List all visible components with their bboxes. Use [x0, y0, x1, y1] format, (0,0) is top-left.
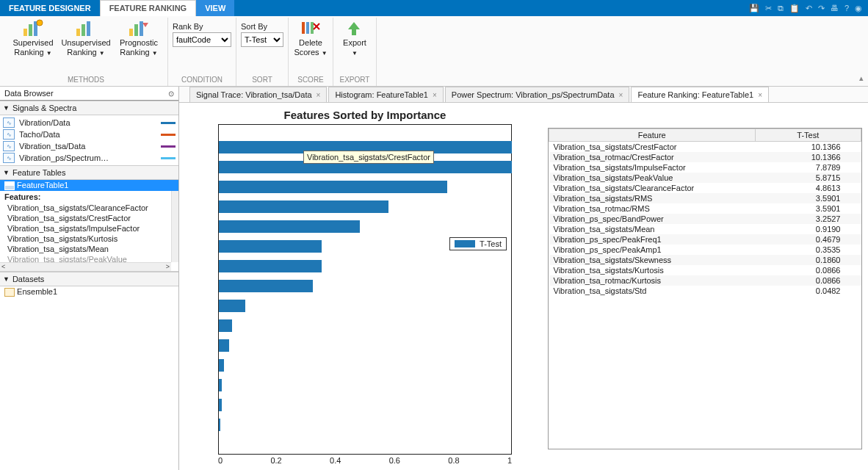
close-icon[interactable]: ×	[758, 91, 762, 99]
doctab-power-spectrum[interactable]: Power Spectrum: Vibration_ps/SpectrumDat…	[445, 87, 630, 102]
cell-feature: Vibration_tsa_sigstats/ImpulseFactor	[549, 162, 756, 173]
cell-feature: Vibration_tsa_sigstats/Std	[549, 286, 756, 296]
datasets-header[interactable]: ▼Datasets	[0, 272, 178, 286]
table-row[interactable]: Vibration_ps_spec/PeakFreq10.4679	[549, 234, 861, 245]
horizontal-scrollbar[interactable]: <>	[0, 262, 171, 271]
feature-table-item[interactable]: FeatureTable1	[0, 180, 178, 191]
svg-rect-4	[76, 29, 80, 36]
delete-scores-button[interactable]: Delete Scores ▼	[293, 18, 328, 58]
chart-bar[interactable]	[219, 181, 447, 193]
doctab-feature-ranking[interactable]: Feature Ranking: FeatureTable1×	[631, 87, 769, 102]
table-row[interactable]: Vibration_tsa_rotmac/Kurtosis0.0866	[549, 275, 861, 286]
cell-feature: Vibration_tsa_sigstats/ClearanceFactor	[549, 183, 756, 193]
signal-icon: ∿	[3, 141, 15, 151]
sort-by-select[interactable]: T-Test	[241, 32, 283, 47]
chart-bar[interactable]	[219, 399, 222, 411]
cell-score: 5.8715	[755, 173, 861, 183]
export-button[interactable]: Export▼	[338, 18, 372, 58]
redo-icon[interactable]: ↷	[818, 4, 825, 13]
signal-item[interactable]: ∿Tacho/Data	[0, 129, 178, 140]
signal-swatch	[161, 157, 176, 159]
tab-feature-ranking[interactable]: FEATURE RANKING	[100, 0, 197, 16]
doctab-signal-trace[interactable]: Signal Trace: Vibration_tsa/Data×	[189, 87, 327, 102]
chart-bar[interactable]	[219, 220, 360, 233]
chart-bar[interactable]	[219, 339, 229, 352]
doctab-histogram[interactable]: Histogram: FeatureTable1×	[328, 87, 443, 102]
bar-plot[interactable]: Vibration_tsa_sigstats/CrestFactor T-Tes…	[218, 124, 512, 455]
table-row[interactable]: Vibration_tsa_sigstats/Skewness0.1860	[549, 255, 861, 265]
signals-spectra-header[interactable]: ▼Signals & Spectra	[0, 101, 178, 115]
save-icon[interactable]: 💾	[749, 4, 759, 13]
chart-title: Features Sorted by Importance	[284, 109, 446, 121]
cell-score: 0.9190	[755, 224, 861, 234]
chart-bar[interactable]	[219, 240, 322, 253]
chart-bar[interactable]	[219, 300, 245, 312]
signal-label: Vibration_tsa/Data	[19, 142, 85, 151]
cell-feature: Vibration_tsa_sigstats/PeakValue	[549, 173, 756, 183]
chart-bar[interactable]	[219, 419, 220, 431]
table-row[interactable]: Vibration_tsa_sigstats/ImpulseFactor7.87…	[549, 162, 861, 173]
copy-icon[interactable]: ⧉	[778, 4, 784, 13]
table-row[interactable]: Vibration_tsa_sigstats/RMS3.5901	[549, 193, 861, 203]
unsupervised-ranking-button[interactable]: Unsupervised Ranking ▼	[62, 18, 110, 58]
dataset-item[interactable]: Ensemble1	[0, 286, 178, 297]
table-row[interactable]: Vibration_tsa_sigstats/ClearanceFactor4.…	[549, 183, 861, 193]
tab-feature-designer[interactable]: FEATURE DESIGNER	[0, 0, 100, 16]
feature-tables-header[interactable]: ▼Feature Tables	[0, 165, 178, 180]
chart-bar[interactable]	[219, 359, 224, 372]
chart-bar[interactable]	[219, 379, 222, 391]
signal-icon: ∿	[3, 153, 15, 163]
col-feature[interactable]: Feature	[549, 129, 756, 142]
cell-score: 10.1366	[755, 142, 861, 153]
cell-feature: Vibration_ps_spec/PeakFreq1	[549, 234, 756, 245]
table-row[interactable]: Vibration_tsa_rotmac/RMS3.5901	[549, 203, 861, 214]
cell-score: 10.1366	[755, 152, 861, 162]
vertical-scrollbar[interactable]	[171, 191, 178, 262]
feature-item[interactable]: Vibration_tsa_sigstats/ImpulseFactor	[0, 223, 178, 234]
signal-item[interactable]: ∿Vibration/Data	[0, 117, 178, 129]
feature-item[interactable]: Vibration_tsa_sigstats/Mean	[0, 244, 178, 254]
paste-icon[interactable]: 📋	[789, 4, 800, 13]
supervised-ranking-icon	[21, 18, 45, 38]
ranking-table: Feature T-Test Vibration_tsa_sigstats/Cr…	[548, 128, 862, 449]
table-row[interactable]: Vibration_tsa_rotmac/CrestFactor10.1366	[549, 152, 861, 162]
undo-icon[interactable]: ↶	[806, 4, 812, 13]
prognostic-ranking-button[interactable]: Prognostic Ranking ▼	[115, 18, 163, 58]
tab-view[interactable]: VIEW	[196, 0, 234, 16]
help-icon[interactable]: ?	[845, 4, 849, 12]
more-icon[interactable]: ◉	[855, 4, 862, 13]
chart-bar[interactable]	[219, 319, 232, 332]
feature-item[interactable]: Vibration_tsa_sigstats/Kurtosis	[0, 234, 178, 244]
signal-item[interactable]: ∿Vibration_ps/Spectrum…	[0, 152, 178, 164]
supervised-ranking-button[interactable]: Supervised Ranking ▼	[9, 18, 57, 58]
table-row[interactable]: Vibration_ps_spec/PeakAmp10.3535	[549, 245, 861, 255]
table-row[interactable]: Vibration_ps_spec/BandPower3.2527	[549, 214, 861, 224]
table-row[interactable]: Vibration_tsa_sigstats/PeakValue5.8715	[549, 173, 861, 183]
rank-by-select[interactable]: faultCode	[173, 32, 231, 47]
col-score[interactable]: T-Test	[755, 129, 861, 142]
table-row[interactable]: Vibration_tsa_sigstats/Kurtosis0.0866	[549, 265, 861, 275]
table-row[interactable]: Vibration_tsa_sigstats/CrestFactor10.136…	[549, 142, 861, 153]
close-icon[interactable]: ×	[619, 91, 623, 99]
svg-rect-9	[140, 21, 143, 36]
chart-bar[interactable]	[219, 260, 322, 272]
cut-icon[interactable]: ✂	[765, 4, 772, 13]
cell-feature: Vibration_tsa_sigstats/RMS	[549, 193, 756, 203]
table-row[interactable]: Vibration_tsa_sigstats/Mean0.9190	[549, 224, 861, 234]
table-row[interactable]: Vibration_tsa_sigstats/Std0.0482	[549, 286, 861, 296]
export-icon	[343, 18, 366, 38]
chart-bar[interactable]	[219, 280, 313, 292]
close-icon[interactable]: ×	[433, 91, 437, 99]
feature-item[interactable]: Vibration_tsa_sigstats/CrestFactor	[0, 213, 178, 223]
signal-item[interactable]: ∿Vibration_tsa/Data	[0, 140, 178, 152]
cell-feature: Vibration_tsa_sigstats/Kurtosis	[549, 265, 756, 275]
close-icon[interactable]: ×	[317, 91, 321, 99]
ribbon-expand-icon[interactable]: ▴	[859, 18, 864, 86]
ribbon-group-condition-label: CONDITION	[181, 76, 223, 86]
print-icon[interactable]: 🖶	[831, 4, 839, 12]
svg-point-3	[37, 20, 43, 26]
chart-bar[interactable]	[219, 200, 388, 213]
quick-access-toolbar: 💾 ✂ ⧉ 📋 ↶ ↷ 🖶 ? ◉	[743, 0, 868, 16]
feature-item[interactable]: Vibration_tsa_sigstats/ClearanceFactor	[0, 203, 178, 213]
panel-collapse-icon[interactable]: ⊙	[168, 90, 174, 98]
